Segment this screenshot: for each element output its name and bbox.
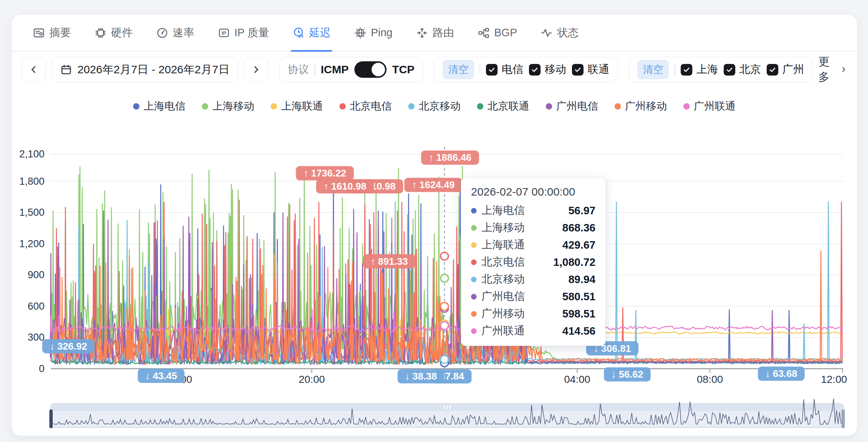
legend-label: 北京联通	[487, 99, 529, 113]
legend-label: 广州移动	[625, 99, 667, 113]
series-value: 56.97	[568, 205, 595, 217]
x-axis-label: 20:00	[299, 374, 325, 385]
legend-item[interactable]: 北京联通	[477, 99, 529, 113]
series-dot	[471, 277, 477, 282]
tab-label: IP 质量	[234, 25, 269, 40]
checkbox-label: 上海	[696, 62, 718, 77]
series-line-6	[50, 209, 843, 364]
protocol-option-icmp[interactable]: ICMP	[321, 63, 349, 76]
max-marker	[296, 166, 354, 180]
tab-label: 状态	[557, 25, 579, 40]
protocol-card: 协议 ICMP TCP	[279, 57, 423, 82]
checkbox-beijing[interactable]: 北京	[724, 62, 761, 77]
brush-grip-icon[interactable]	[444, 405, 445, 409]
more-button[interactable]: 更多	[818, 54, 847, 85]
max-marker-label: ↑ 891.33	[370, 256, 408, 267]
x-axis-label: 00:00	[431, 374, 458, 385]
tooltip-row: 上海移动868.36	[471, 219, 595, 236]
speed-icon	[156, 27, 169, 39]
legend-item[interactable]: 北京电信	[339, 99, 392, 113]
route-icon	[416, 27, 428, 39]
checkbox-telecom[interactable]: 电信	[486, 62, 523, 77]
date-range-picker[interactable]: 2026年2月7日 - 2026年2月7日	[52, 57, 238, 82]
protocol-label: 协议	[288, 62, 309, 77]
brush-right-handle[interactable]	[841, 409, 845, 428]
series-line-5	[51, 361, 843, 364]
series-value: 1,080.72	[553, 256, 595, 268]
max-marker-label: ↑ 1736.22	[304, 168, 346, 179]
y-axis-label: 1,200	[19, 238, 44, 249]
tab-bgp[interactable]: BGP	[477, 15, 517, 51]
series-dot	[471, 242, 477, 248]
tooltip-row: 上海联通429.67	[471, 236, 595, 254]
max-marker-label: ↑ 1886.46	[429, 152, 471, 163]
next-date-button[interactable]	[244, 57, 268, 82]
brush-header[interactable]	[51, 403, 843, 411]
tab-latency[interactable]: 24 延迟	[292, 15, 331, 51]
max-marker-label: ↑ 1610.98	[353, 181, 395, 192]
min-marker-label: ↓ 326.92	[50, 341, 87, 352]
brush-grip-icon[interactable]	[447, 405, 448, 409]
tab-ping[interactable]: Ping	[354, 15, 393, 51]
toggle-knob	[372, 63, 385, 76]
tab-hardware[interactable]: 硬件	[94, 15, 133, 51]
brush-grip-icon[interactable]	[450, 405, 451, 409]
legend-label: 广州电信	[556, 99, 598, 113]
series-dot	[471, 294, 477, 300]
checkbox-unicom[interactable]: 联通	[572, 62, 609, 77]
series-line-7	[51, 251, 843, 364]
legend-item[interactable]: 广州联通	[683, 99, 736, 113]
brush-left-handle[interactable]	[49, 409, 53, 428]
legend-label: 广州联通	[694, 99, 736, 113]
datazoom-brush[interactable]	[49, 399, 845, 428]
series-dot	[471, 208, 477, 214]
min-marker	[138, 369, 185, 383]
tab-summary[interactable]: 摘要	[33, 15, 71, 51]
controls-row: 2026年2月7日 - 2026年2月7日 协议 ICMP TCP 清空 电信 …	[21, 57, 847, 82]
x-axis-label: 12:00	[821, 374, 847, 385]
tab-speed[interactable]: 速率	[156, 15, 194, 51]
legend-label: 上海移动	[212, 99, 254, 113]
tab-ip-quality[interactable]: IP IP 质量	[218, 15, 269, 51]
x-axis-label: 04:00	[564, 374, 590, 385]
max-marker	[345, 179, 403, 193]
legend-item[interactable]: 北京移动	[408, 99, 461, 113]
protocol-option-tcp[interactable]: TCP	[392, 63, 415, 76]
prev-date-button[interactable]	[21, 57, 46, 82]
x-axis-label: 16:00	[166, 374, 192, 385]
legend-dot	[408, 103, 415, 110]
checkbox-guangzhou[interactable]: 广州	[767, 62, 804, 77]
protocol-toggle[interactable]	[354, 61, 387, 78]
divider	[674, 64, 675, 75]
legend-item[interactable]: 上海移动	[202, 99, 254, 113]
legend-item[interactable]: 广州电信	[546, 99, 598, 113]
y-axis-label: 0	[39, 363, 44, 374]
series-dot	[471, 260, 477, 265]
y-axis-label: 1,800	[19, 176, 44, 187]
legend-dot	[202, 103, 208, 110]
x-axis-label: 08:00	[697, 374, 723, 385]
checkbox-shanghai[interactable]: 上海	[681, 62, 718, 77]
hover-point	[441, 355, 449, 363]
checkbox-mobile[interactable]: 移动	[529, 62, 566, 77]
series-name: 广州联通	[481, 323, 525, 338]
tooltip-row: 广州移动598.51	[471, 305, 595, 322]
legend-item[interactable]: 上海电信	[133, 99, 185, 113]
region-clear-button[interactable]: 清空	[637, 60, 669, 79]
checkbox-checked-icon	[681, 64, 692, 76]
tooltip-row: 上海电信56.97	[471, 202, 595, 219]
date-range-label: 2026年2月7日 - 2026年2月7日	[77, 62, 230, 77]
checkbox-checked-icon	[572, 64, 584, 76]
min-marker	[42, 339, 95, 353]
isp-clear-button[interactable]: 清空	[443, 60, 474, 79]
legend-item[interactable]: 广州移动	[615, 99, 667, 113]
checkbox-label: 电信	[502, 62, 523, 77]
tab-route[interactable]: 路由	[416, 15, 454, 51]
bgp-icon	[477, 27, 490, 39]
tab-status[interactable]: 状态	[540, 15, 579, 51]
brush-track[interactable]	[51, 403, 843, 427]
series-dot	[471, 225, 477, 231]
divider	[480, 64, 480, 75]
legend-item[interactable]: 上海联通	[271, 99, 323, 113]
series-name: 上海电信	[481, 203, 525, 218]
